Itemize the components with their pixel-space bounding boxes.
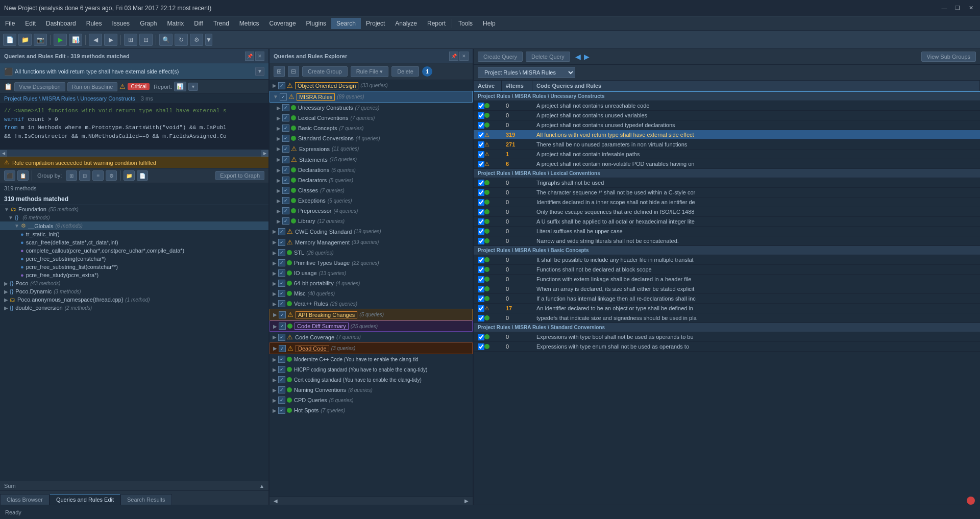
row-active[interactable] bbox=[478, 199, 506, 206]
row-active[interactable]: ⚠ bbox=[478, 161, 506, 167]
right-rules-table[interactable]: Active #Items Code Queries and Rules Pro… bbox=[474, 81, 980, 505]
tree-item-method5[interactable]: ● pcre_free_substring_list(constchar**) bbox=[0, 263, 268, 271]
scroll-left-mid[interactable]: ◀ bbox=[274, 498, 278, 504]
row-active[interactable] bbox=[478, 218, 506, 225]
mid-collapse-icon[interactable]: ⊟ bbox=[288, 66, 299, 77]
checkbox-stl[interactable] bbox=[278, 249, 285, 256]
rule-item-misc[interactable]: ▶ Misc (40 queries) bbox=[270, 288, 473, 299]
rule-item-naming[interactable]: ▶ Naming Conventions (8 queries) bbox=[270, 385, 473, 395]
toolbar-back-btn[interactable]: ◀ bbox=[89, 34, 102, 46]
row-active[interactable] bbox=[478, 257, 506, 263]
row-active[interactable]: ⚠ bbox=[478, 132, 506, 138]
row-active[interactable] bbox=[478, 295, 506, 302]
menu-dashboard[interactable]: Dashboard bbox=[41, 18, 81, 29]
row-active[interactable] bbox=[478, 343, 506, 350]
code-scrollbar[interactable]: ◀ ▶ bbox=[0, 150, 268, 157]
tree-item-double-conv[interactable]: ▶ {} double_conversion (2 methods) bbox=[0, 304, 268, 312]
table-row[interactable]: 0 If a function has internal linkage the… bbox=[474, 294, 980, 304]
mid-rule-tree[interactable]: ▶ ⚠ Object Oriented Design (33 queries) … bbox=[270, 80, 473, 497]
query-expand-btn[interactable]: ▼ bbox=[255, 67, 264, 76]
rule-item-stdconv[interactable]: ▶ Standard Conversions (4 queries) bbox=[270, 133, 473, 143]
refresh-icon-back[interactable]: ◀ bbox=[575, 53, 581, 61]
rule-item-library[interactable]: ▶ Library (12 queries) bbox=[270, 216, 473, 226]
checkbox-memory[interactable] bbox=[278, 239, 285, 246]
rule-item-io[interactable]: ▶ IO usage (13 queries) bbox=[270, 268, 473, 278]
rule-item-64bit[interactable]: ▶ 64-bit portability (4 queries) bbox=[270, 278, 473, 288]
checkbox-lexical[interactable] bbox=[282, 114, 289, 121]
tab-class-browser[interactable]: Class Browser bbox=[0, 494, 50, 505]
checkbox-decl[interactable] bbox=[282, 166, 289, 174]
toolbar-record-btn[interactable]: 📊 ▼ bbox=[69, 34, 82, 46]
menu-file[interactable]: File bbox=[0, 18, 20, 29]
info-button[interactable]: ℹ bbox=[422, 66, 432, 77]
row-active[interactable] bbox=[478, 103, 506, 109]
menu-rules[interactable]: Rules bbox=[81, 18, 107, 29]
tree-item-method2[interactable]: ● scan_free(deflate_state*,ct_data*,int) bbox=[0, 238, 268, 246]
group-tb-btn3[interactable]: ≡ bbox=[92, 170, 104, 181]
checkbox-cpd[interactable] bbox=[278, 397, 285, 404]
tree-item-method4[interactable]: ● pcre_free_substring(constchar*) bbox=[0, 255, 268, 263]
toolbar-open-btn[interactable]: 📁 bbox=[18, 34, 32, 46]
group-tb-btn1[interactable]: ⊞ bbox=[66, 170, 77, 181]
row-active[interactable]: ⚠ bbox=[478, 305, 506, 312]
create-group-button[interactable]: Create Group bbox=[302, 66, 348, 77]
table-row[interactable]: 0 Identifiers declared in a inner scope … bbox=[474, 197, 980, 207]
menu-search[interactable]: Search bbox=[331, 18, 361, 29]
checkbox-preprocessor[interactable] bbox=[282, 207, 289, 214]
toolbar-settings-btn[interactable]: ⚙ bbox=[190, 34, 203, 46]
left-panel-close-btn[interactable]: ✕ bbox=[255, 52, 264, 61]
menu-matrix[interactable]: Matrix bbox=[162, 18, 189, 29]
checkbox-basic[interactable] bbox=[282, 125, 289, 132]
row-active[interactable] bbox=[478, 209, 506, 215]
table-row[interactable]: 0 Trigraphs shall not be used bbox=[474, 178, 980, 188]
rule-item-memory[interactable]: ▶ ⚠ Memory Management (39 queries) bbox=[270, 237, 473, 248]
table-row[interactable]: 0 Expressions with type bool shall not b… bbox=[474, 332, 980, 342]
table-row[interactable]: 0 A project shall not contains unused va… bbox=[474, 111, 980, 120]
rule-item-primitive[interactable]: ▶ Primitive Types Usage (22 queries) bbox=[270, 258, 473, 268]
tab-search-results[interactable]: Search Results bbox=[120, 494, 172, 505]
rule-item-stl[interactable]: ▶ STL (26 queries) bbox=[270, 248, 473, 258]
table-row[interactable]: 0 Only those escape sequences that are d… bbox=[474, 207, 980, 217]
checkbox-deadcode[interactable] bbox=[279, 345, 286, 352]
checkbox-uncessary[interactable] bbox=[282, 104, 289, 111]
checkbox-coverage[interactable] bbox=[278, 334, 285, 341]
toolbar-refresh-btn[interactable]: ↻ bbox=[175, 34, 188, 46]
table-row[interactable]: 0 When an array is declared, its size sh… bbox=[474, 284, 980, 294]
checkbox-misc[interactable] bbox=[278, 290, 285, 297]
run-on-baseline-button[interactable]: Run on Baseline bbox=[67, 82, 118, 91]
breadcrumb-dropdown[interactable]: Project Rules \ MISRA Rules bbox=[478, 67, 575, 78]
results-area[interactable]: 319 methods 319 methods matched ▼ 🗂 Foun… bbox=[0, 183, 268, 481]
checkbox-ood[interactable] bbox=[278, 82, 285, 89]
table-row[interactable]: 0 Functions shall not be declared at blo… bbox=[474, 265, 980, 275]
row-active[interactable]: ⚠ bbox=[478, 151, 506, 158]
group-tb-btn4[interactable]: ⚙ bbox=[106, 170, 117, 181]
rule-item-misra[interactable]: ▼ ⚠ MISRA Rules (89 queries) bbox=[270, 91, 473, 103]
tree-item-method3[interactable]: ● complete_callout(pcre_uchar*,constpcre… bbox=[0, 246, 268, 255]
checkbox-primitive[interactable] bbox=[278, 259, 285, 266]
row-active[interactable] bbox=[478, 238, 506, 244]
row-active[interactable]: ⚠ bbox=[478, 141, 506, 148]
table-row[interactable]: 0 A project shall not contains unused ty… bbox=[474, 120, 980, 130]
rule-item-codediff[interactable]: ▶ Code Diff Summary (25 queries) bbox=[270, 320, 473, 332]
tree-item-ns1[interactable]: ▼ {} (6 methods) bbox=[0, 213, 268, 221]
menu-graph[interactable]: Graph bbox=[135, 18, 162, 29]
scroll-left-btn[interactable]: ◀ bbox=[0, 150, 7, 157]
scroll-right-btn[interactable]: ▶ bbox=[261, 150, 268, 157]
tree-item-method6[interactable]: ● pcre_free_study(pcre_extra*) bbox=[0, 271, 268, 279]
rule-item-uncessary[interactable]: ▶ Uncessary Constructs (7 queries) bbox=[270, 103, 473, 113]
menu-help[interactable]: Help bbox=[478, 18, 501, 29]
toolbar-search-btn[interactable]: 🔍 bbox=[159, 34, 173, 46]
delete-query-button[interactable]: Delete Query bbox=[526, 52, 570, 62]
rule-item-stmt[interactable]: ▶ ⚠ Statements (15 queries) bbox=[270, 154, 473, 165]
checkbox-64bit[interactable] bbox=[278, 280, 285, 287]
rule-item-declr[interactable]: ▶ Declarators (5 queries) bbox=[270, 175, 473, 185]
group-tb-btn2[interactable]: ⊟ bbox=[79, 170, 90, 181]
row-active[interactable] bbox=[478, 180, 506, 186]
rule-item-cpd[interactable]: ▶ CPD Queries (5 queries) bbox=[270, 395, 473, 405]
checkbox-cert[interactable] bbox=[278, 376, 285, 383]
mid-panel-close-btn[interactable]: ✕ bbox=[459, 52, 469, 61]
toolbar-collapse-btn[interactable]: ⊟ bbox=[139, 34, 153, 46]
refresh-icon-fwd[interactable]: ▶ bbox=[584, 53, 590, 61]
tab-queries-rules-edit[interactable]: Queries and Rules Edit bbox=[50, 494, 120, 505]
result-tb-btn2[interactable]: 📋 bbox=[17, 170, 29, 181]
